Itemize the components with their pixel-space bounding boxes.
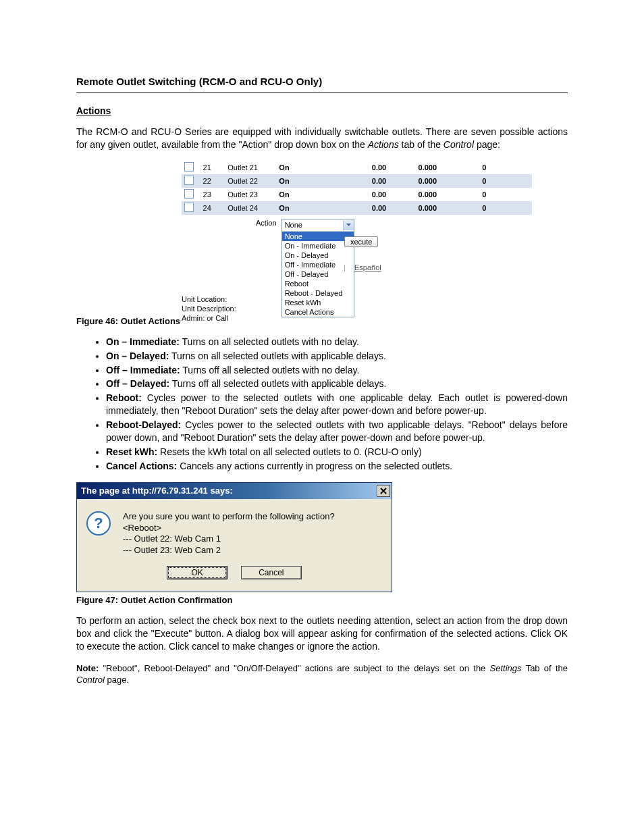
separator: |: [344, 263, 346, 271]
outlet-state: On: [276, 188, 338, 201]
select-option[interactable]: None: [282, 232, 354, 241]
figure-46-caption: Figure 46: Outlet Actions: [76, 316, 568, 326]
outlet-checkbox[interactable]: [184, 203, 194, 212]
outlet-val-b: 0.000: [389, 161, 439, 174]
text-italic: Control: [76, 675, 105, 685]
select-value: None: [285, 221, 302, 229]
bullet-term: Off – Immediate:: [106, 365, 180, 375]
outlet-val-c: 0: [439, 174, 489, 188]
bullet-text: Turns off all selected outlets with appl…: [169, 378, 386, 389]
table-row: 23Outlet 23On0.000.0000: [182, 188, 532, 201]
outlet-state: On: [276, 161, 338, 174]
text-italic: Actions: [368, 139, 399, 150]
outlet-actions-panel: 21Outlet 21On0.000.000022Outlet 22On0.00…: [181, 161, 533, 315]
dialog-title: The page at http://76.79.31.241 says:: [81, 486, 233, 496]
bullet-term: Cancel Actions:: [106, 461, 177, 471]
select-option[interactable]: On - Delayed: [282, 251, 354, 260]
bullet-term: Reboot-Delayed:: [106, 419, 181, 430]
text: tab of the: [402, 139, 444, 150]
execute-button[interactable]: xecute: [344, 236, 378, 247]
outlet-val-a: 0.00: [339, 161, 389, 174]
actions-list: On – Immediate: Turns on all selected ou…: [76, 336, 568, 473]
outlet-checkbox[interactable]: [184, 189, 194, 199]
bullet-term: Reset kWh:: [106, 446, 157, 457]
text: --- Outlet 22: Web Cam 1: [123, 533, 335, 545]
outlet-state: On: [276, 201, 338, 215]
list-item: Off – Immediate: Turns off all selected …: [106, 364, 568, 377]
list-item: Reset kWh: Resets the kWh total on all s…: [106, 446, 568, 459]
text: "Reboot", Reboot-Delayed" and "On/Off-De…: [103, 663, 489, 673]
bullet-term: Reboot:: [106, 392, 142, 403]
outlet-name: Outlet 24: [225, 201, 276, 215]
text-italic: Settings: [490, 663, 522, 673]
text-italic: Control: [444, 139, 474, 150]
list-item: Reboot-Delayed: Cycles power to the sele…: [106, 419, 568, 444]
table-row: 24Outlet 24On0.000.0000: [182, 201, 532, 215]
outlet-val-a: 0.00: [339, 174, 389, 188]
outlet-val-b: 0.000: [389, 201, 439, 215]
confirmation-dialog: The page at http://76.79.31.241 says: ? …: [76, 482, 392, 593]
outlet-number: 21: [200, 161, 225, 174]
text: Tab of the: [526, 663, 568, 673]
list-item: On – Delayed: Turns on all selected outl…: [106, 350, 568, 363]
outlet-checkbox[interactable]: [184, 176, 194, 185]
outlet-val-b: 0.000: [389, 174, 439, 188]
outlet-val-a: 0.00: [339, 201, 389, 215]
select-option[interactable]: Reboot: [282, 279, 354, 288]
outlet-number: 24: [200, 201, 225, 215]
outlet-val-c: 0: [439, 188, 489, 201]
perform-action-paragraph: To perform an action, select the check b…: [76, 615, 568, 653]
rule: [76, 93, 568, 93]
list-item: Cancel Actions: Cancels any actions curr…: [106, 460, 568, 473]
bullet-term: Off – Delayed:: [106, 378, 169, 389]
list-item: Off – Delayed: Turns off all selected ou…: [106, 377, 568, 390]
chevron-down-icon[interactable]: [343, 220, 354, 230]
action-label: Action: [256, 219, 277, 227]
close-icon[interactable]: [377, 485, 390, 497]
unit-description-label: Unit Description:: [182, 304, 236, 313]
bullet-text: Cancels any actions currently in progres…: [177, 461, 452, 471]
unit-location-label: Unit Location:: [182, 294, 236, 304]
outlet-val-a: 0.00: [339, 188, 389, 201]
unit-info: Unit Location: Unit Description: Admin: …: [182, 294, 236, 323]
outlet-checkbox[interactable]: [184, 162, 194, 172]
outlet-val-c: 0: [439, 201, 489, 215]
select-option[interactable]: Reboot - Delayed: [282, 288, 354, 298]
unit-admin-label: Admin: or Call: [182, 313, 236, 323]
bullet-term: On – Immediate:: [106, 336, 180, 347]
text: page:: [477, 139, 500, 150]
select-option[interactable]: Reset kWh: [282, 298, 354, 307]
bullet-text: Turns off all selected outlets with no d…: [180, 365, 360, 375]
bullet-text: Resets the kWh total on all selected out…: [157, 446, 421, 457]
ok-button[interactable]: OK: [167, 566, 227, 579]
dialog-message: Are you sure you want to perform the fol…: [123, 511, 335, 557]
table-row: 22Outlet 22On0.000.0000: [182, 174, 532, 188]
outlet-number: 22: [200, 174, 225, 188]
bullet-term: On – Delayed:: [106, 350, 169, 361]
table-row: 21Outlet 21On0.000.0000: [182, 161, 532, 174]
intro-paragraph: The RCM-O and RCU-O Series are equipped …: [76, 126, 568, 151]
text: --- Outlet 23: Web Cam 2: [123, 545, 335, 556]
outlet-state: On: [276, 174, 338, 188]
note-label: Note:: [76, 663, 99, 673]
figure-47-caption: Figure 47: Outlet Action Confirmation: [76, 595, 568, 605]
list-item: On – Immediate: Turns on all selected ou…: [106, 336, 568, 348]
section-actions: Actions: [76, 105, 568, 116]
select-option[interactable]: Off - Immediate: [282, 260, 354, 269]
language-link[interactable]: Español: [354, 263, 381, 271]
outlet-table: 21Outlet 21On0.000.000022Outlet 22On0.00…: [182, 161, 532, 215]
dialog-titlebar: The page at http://76.79.31.241 says:: [77, 483, 392, 499]
outlet-val-b: 0.000: [389, 188, 439, 201]
cancel-button[interactable]: Cancel: [241, 566, 302, 579]
text: page.: [107, 675, 130, 685]
select-option[interactable]: On - Immediate: [282, 241, 354, 251]
question-icon: ?: [86, 511, 111, 536]
select-option[interactable]: Cancel Actions: [282, 307, 354, 317]
outlet-number: 23: [200, 188, 225, 201]
outlet-val-c: 0: [439, 161, 489, 174]
select-option[interactable]: Off - Delayed: [282, 269, 354, 279]
outlet-name: Outlet 21: [225, 161, 276, 174]
note-paragraph: Note: "Reboot", Reboot-Delayed" and "On/…: [76, 662, 568, 686]
list-item: Reboot: Cycles power to the selected out…: [106, 392, 568, 417]
text: <Reboot>: [123, 523, 335, 534]
